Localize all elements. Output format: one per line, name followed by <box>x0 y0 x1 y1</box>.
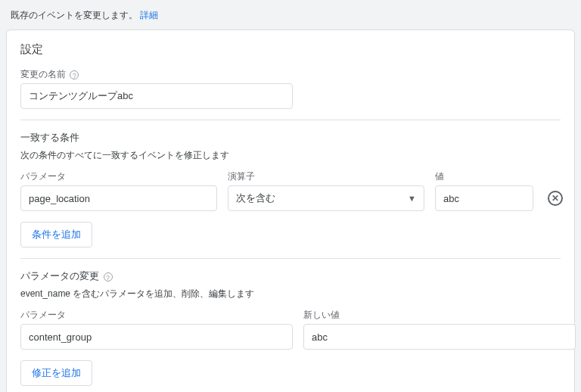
conditions-subtitle: 次の条件のすべてに一致するイベントを修正します <box>20 149 561 162</box>
condition-parameter-input[interactable] <box>20 185 217 211</box>
conditions-title: 一致する条件 <box>20 131 561 145</box>
operator-value: 次を含む <box>236 191 275 205</box>
intro-text: 既存のイベントを変更します。 詳細 <box>6 8 575 30</box>
operator-label: 演算子 <box>228 171 424 182</box>
remove-condition-button[interactable]: ✕ <box>548 191 563 206</box>
help-icon[interactable]: ? <box>104 272 113 282</box>
name-section: 変更の名前 ? 一致する条件 次の条件のすべてに一致するイベントを修正します パ… <box>7 58 574 392</box>
condition-operator-select[interactable]: 次を含む ▼ <box>228 185 424 211</box>
params-mod-section: パラメータの変更 ? event_name を含むパラメータを追加、削除、編集し… <box>20 259 561 386</box>
close-icon: ✕ <box>551 194 559 203</box>
chevron-down-icon: ▼ <box>408 194 416 203</box>
condition-value-input[interactable] <box>435 185 533 211</box>
name-label: 変更の名前 <box>20 70 66 79</box>
card-title: 設定 <box>7 30 574 58</box>
params-subtitle: event_name を含むパラメータを追加、削除、編集します <box>20 288 561 300</box>
modification-name-input[interactable] <box>20 83 293 109</box>
conditions-section: 一致する条件 次の条件のすべてに一致するイベントを修正します パラメータ 演算子… <box>20 120 561 247</box>
param-mod-row: パラメータ 新しい値 <box>20 310 561 350</box>
add-condition-button[interactable]: 条件を追加 <box>20 222 92 247</box>
settings-card: 設定 変更の名前 ? 一致する条件 次の条件のすべてに一致するイベントを修正しま… <box>6 30 575 392</box>
param-label: パラメータ <box>20 171 217 182</box>
condition-row: パラメータ 演算子 次を含む ▼ 値 <box>20 171 561 211</box>
value-label: 値 <box>435 171 533 182</box>
param-mod-newvalue-input[interactable] <box>303 324 576 350</box>
params-title: パラメータの変更 <box>20 270 99 282</box>
intro-text-label: 既存のイベントを変更します。 <box>11 10 138 20</box>
param-mod-parameter-input[interactable] <box>20 324 293 350</box>
param-mod-param-label: パラメータ <box>20 310 293 321</box>
intro-detail-link[interactable]: 詳細 <box>140 10 158 20</box>
help-icon[interactable]: ? <box>70 70 79 79</box>
param-mod-newvalue-label: 新しい値 <box>303 310 576 321</box>
add-modification-button[interactable]: 修正を追加 <box>20 360 92 386</box>
